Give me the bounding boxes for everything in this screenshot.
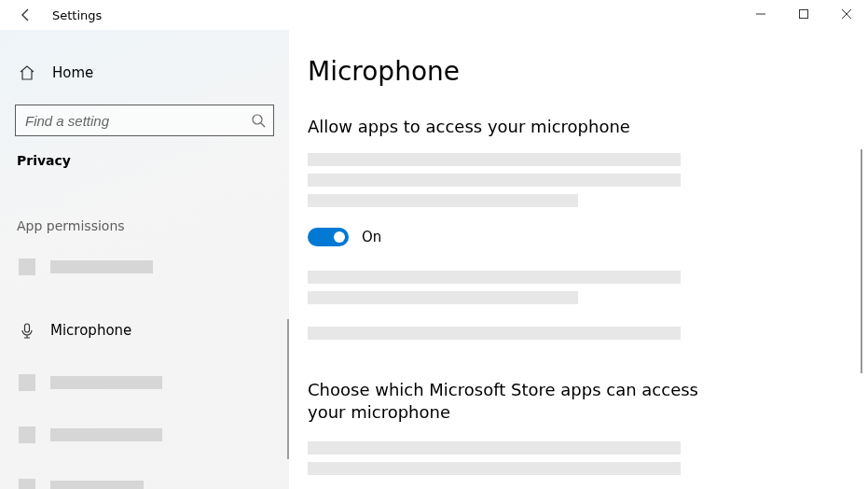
placeholder-icon [19,426,35,443]
placeholder-label [50,376,162,389]
sidebar-item-placeholder[interactable] [15,416,274,454]
heading-allow-apps: Allow apps to access your microphone [308,117,868,136]
allow-apps-toggle[interactable] [308,228,349,246]
window-title: Settings [52,8,102,22]
arrow-left-icon [19,7,34,22]
sidebar-item-placeholder[interactable] [15,248,274,286]
close-button[interactable] [825,0,868,28]
window-controls [739,0,868,28]
description-text [308,441,868,475]
privacy-category[interactable]: Privacy [15,153,274,168]
close-icon [842,9,851,19]
maximize-button[interactable] [782,0,825,28]
placeholder-icon [19,374,35,391]
svg-rect-6 [25,324,30,332]
sidebar-item-placeholder[interactable] [15,364,274,401]
minimize-button[interactable] [739,0,782,28]
search-box[interactable] [15,105,274,136]
search-icon [251,113,266,128]
description-text [308,327,868,340]
search-input[interactable] [25,113,251,129]
main-content: Microphone Allow apps to access your mic… [289,30,868,489]
placeholder-label [50,481,144,489]
sidebar-item-placeholder[interactable] [15,468,274,489]
microphone-icon [19,322,35,339]
main-scrollbar[interactable] [861,149,862,373]
back-button[interactable] [11,0,41,30]
section-app-permissions: App permissions [15,218,274,233]
minimize-icon [756,9,765,19]
svg-point-4 [253,115,262,124]
description-text [308,271,868,304]
placeholder-label [50,428,162,441]
maximize-icon [799,9,808,19]
microphone-label: Microphone [50,322,131,339]
home-icon [19,64,35,81]
description-text [308,153,868,207]
toggle-state-label: On [362,229,381,245]
page-title: Microphone [308,56,868,87]
home-nav[interactable]: Home [15,56,274,90]
sidebar-item-microphone[interactable]: Microphone [15,312,274,349]
svg-rect-1 [800,10,808,19]
placeholder-icon [19,479,35,489]
toggle-knob [334,231,345,243]
placeholder-label [50,260,153,273]
home-label: Home [52,64,93,81]
svg-line-5 [261,123,265,127]
heading-choose-apps: Choose which Microsoft Store apps can ac… [308,379,699,425]
placeholder-icon [19,258,35,275]
allow-apps-toggle-row: On [308,228,868,246]
sidebar: Home Privacy App permissions Microphone [0,30,289,489]
